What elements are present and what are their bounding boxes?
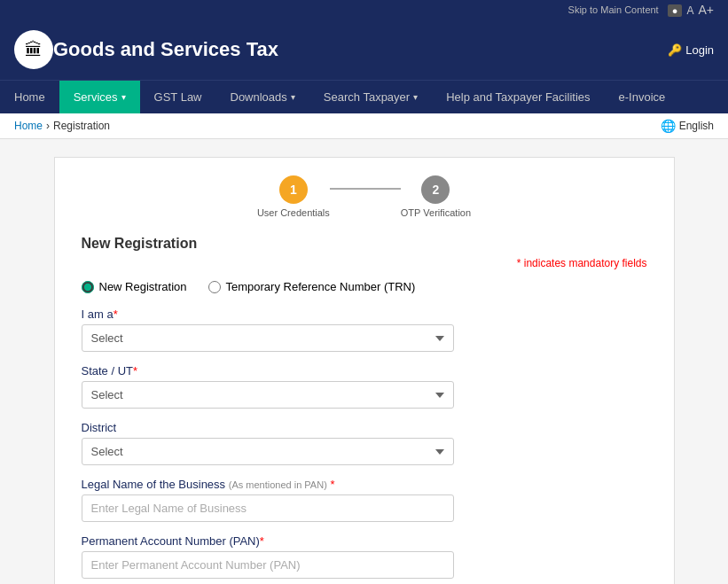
nav-e-invoice[interactable]: e-Invoice bbox=[605, 81, 680, 113]
district-select[interactable]: Select bbox=[82, 438, 454, 465]
globe-icon: 🌐 bbox=[661, 119, 676, 133]
breadcrumb-home[interactable]: Home bbox=[14, 120, 43, 132]
form-title: New Registration bbox=[82, 236, 647, 252]
font-medium-btn[interactable]: A bbox=[686, 4, 693, 17]
step-2: 2 OTP Verification bbox=[401, 175, 471, 218]
district-label: District bbox=[82, 421, 647, 434]
breadcrumb-bar: Home › Registration 🌐 English bbox=[0, 113, 728, 139]
mandatory-note: * indicates mandatory fields bbox=[82, 257, 647, 269]
step-1-circle: 1 bbox=[279, 175, 308, 204]
login-button[interactable]: 🔑 Login bbox=[668, 43, 714, 57]
header-right: 🔑 Login bbox=[668, 43, 714, 57]
nav-help-facilities[interactable]: Help and Taxpayer Facilities bbox=[432, 81, 604, 113]
pan-label: Permanent Account Number (PAN)* bbox=[82, 534, 647, 548]
main-nav: Home Services ▾ GST Law Downloads ▾ Sear… bbox=[0, 80, 728, 113]
breadcrumb-current: Registration bbox=[53, 120, 110, 132]
font-controls: ● A A+ bbox=[668, 3, 714, 17]
district-field-group: District Select bbox=[82, 421, 647, 465]
state-ut-label: State / UT* bbox=[82, 364, 647, 378]
language-selector[interactable]: 🌐 English bbox=[661, 119, 714, 133]
nav-gst-law[interactable]: GST Law bbox=[140, 81, 216, 113]
site-title: Goods and Services Tax bbox=[53, 38, 278, 61]
downloads-arrow: ▾ bbox=[291, 92, 295, 102]
breadcrumb-separator: › bbox=[46, 120, 50, 132]
legal-name-field-group: Legal Name of the Business (As mentioned… bbox=[82, 478, 647, 522]
main-content: 1 User Credentials 2 OTP Verification Ne… bbox=[0, 139, 728, 584]
nav-downloads[interactable]: Downloads ▾ bbox=[216, 81, 309, 113]
legal-name-required: * bbox=[330, 478, 334, 491]
font-normal-btn[interactable]: ● bbox=[668, 4, 683, 17]
services-arrow: ▾ bbox=[121, 92, 126, 102]
breadcrumb: Home › Registration bbox=[14, 120, 110, 132]
site-header: 🏛 Goods and Services Tax 🔑 Login bbox=[0, 19, 728, 80]
pan-required: * bbox=[260, 534, 264, 548]
radio-trn-input[interactable] bbox=[208, 281, 221, 293]
step-1: 1 User Credentials bbox=[257, 175, 330, 218]
nav-services[interactable]: Services ▾ bbox=[59, 81, 140, 113]
i-am-a-field-group: I am a* Select bbox=[82, 308, 647, 352]
logo-emblem: 🏛 bbox=[25, 40, 43, 60]
logo: 🏛 bbox=[14, 30, 53, 69]
search-taxpayer-arrow: ▾ bbox=[413, 92, 418, 102]
i-am-a-select[interactable]: Select bbox=[82, 324, 454, 352]
i-am-a-required: * bbox=[114, 308, 118, 321]
nav-home[interactable]: Home bbox=[0, 81, 59, 113]
i-am-a-label: I am a* bbox=[82, 308, 647, 321]
step-2-circle: 2 bbox=[421, 175, 450, 204]
pan-input[interactable] bbox=[82, 551, 454, 579]
pan-field-group: Permanent Account Number (PAN)* bbox=[82, 534, 647, 579]
login-icon: 🔑 bbox=[668, 43, 682, 57]
legal-name-label: Legal Name of the Business (As mentioned… bbox=[82, 478, 647, 491]
registration-stepper: 1 User Credentials 2 OTP Verification bbox=[82, 175, 647, 218]
mandatory-asterisk: * bbox=[517, 257, 521, 269]
registration-form-container: 1 User Credentials 2 OTP Verification Ne… bbox=[54, 157, 675, 584]
language-label: English bbox=[679, 120, 714, 132]
registration-type-group: New Registration Temporary Reference Num… bbox=[82, 280, 647, 293]
step-1-label: User Credentials bbox=[257, 207, 330, 218]
state-ut-select[interactable]: Select bbox=[82, 381, 454, 409]
state-ut-required: * bbox=[133, 364, 137, 378]
step-connector bbox=[330, 188, 401, 190]
font-large-btn[interactable]: A+ bbox=[698, 3, 714, 17]
radio-trn[interactable]: Temporary Reference Number (TRN) bbox=[208, 280, 416, 293]
legal-name-input[interactable] bbox=[82, 494, 454, 522]
skip-to-content[interactable]: Skip to Main Content bbox=[568, 4, 659, 15]
nav-search-taxpayer[interactable]: Search Taxpayer ▾ bbox=[309, 81, 432, 113]
top-bar: Skip to Main Content ● A A+ bbox=[0, 0, 728, 19]
state-ut-field-group: State / UT* Select bbox=[82, 364, 647, 409]
radio-new-registration[interactable]: New Registration bbox=[82, 280, 187, 293]
step-2-label: OTP Verification bbox=[401, 207, 471, 218]
radio-new-registration-input[interactable] bbox=[82, 281, 94, 293]
